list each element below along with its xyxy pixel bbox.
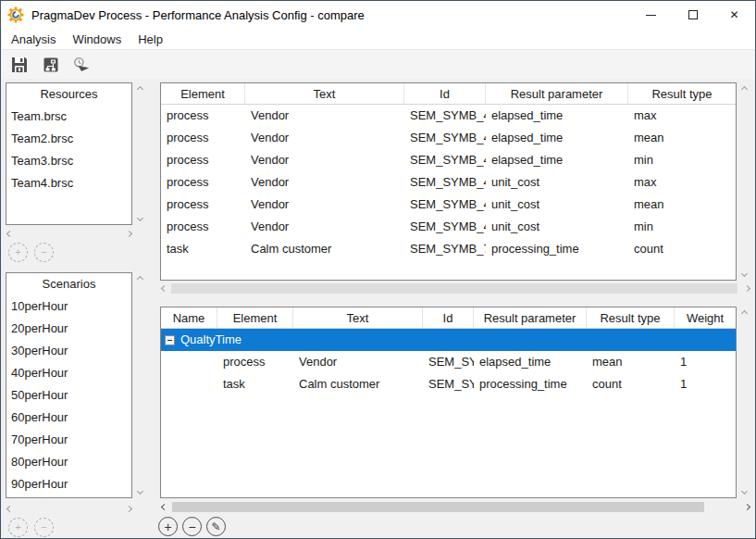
analysis-add-button[interactable]: + xyxy=(158,517,178,536)
table-row[interactable]: processVendorSEM_SYMelapsed_timemean1 xyxy=(161,351,736,373)
cell-result-type: max xyxy=(628,171,736,194)
scroll-down-icon[interactable] xyxy=(741,488,748,495)
app-window: PragmaDev Process - Performance Analysis… xyxy=(0,0,756,539)
resources-add-button[interactable]: + xyxy=(8,243,28,262)
scroll-left-icon[interactable] xyxy=(161,504,167,510)
scenario-item[interactable]: 90perHour xyxy=(6,473,131,495)
scroll-up-icon[interactable] xyxy=(741,86,748,93)
cell-name xyxy=(161,351,217,373)
table-row[interactable]: processVendorSEM_SYMB_4_4elapsed_timemea… xyxy=(161,127,736,149)
cell-id: SEM_SYMB_4_4 xyxy=(404,171,486,194)
cell-text: Vendor xyxy=(245,127,404,149)
scenarios-add-button[interactable]: + xyxy=(8,518,28,537)
app-logo-icon xyxy=(7,6,24,23)
maximize-icon xyxy=(688,10,698,19)
save-button[interactable] xyxy=(9,55,30,75)
cell-result-parameter: elapsed_time xyxy=(486,105,628,127)
results-table-vertical-scrollbar[interactable] xyxy=(738,82,751,281)
cell-result-parameter: elapsed_time xyxy=(474,351,587,373)
menu-windows[interactable]: Windows xyxy=(72,31,130,48)
cell-element: task xyxy=(161,238,245,260)
table-row[interactable]: processVendorSEM_SYMB_4_4unit_costmax xyxy=(161,171,736,194)
title-bar[interactable]: PragmaDev Process - Performance Analysis… xyxy=(1,1,755,29)
analysis-table-vertical-scrollbar[interactable] xyxy=(738,307,751,498)
scenarios-remove-button[interactable]: − xyxy=(34,518,54,537)
scroll-up-icon[interactable] xyxy=(137,276,143,282)
cell-weight: 1 xyxy=(675,351,736,373)
column-header-element: Element xyxy=(161,83,245,104)
column-header-result-parameter: Result parameter xyxy=(486,83,628,104)
column-header-id: Id xyxy=(404,83,486,104)
analysis-edit-button[interactable]: ✎ xyxy=(206,517,226,536)
resource-item[interactable]: Team.brsc xyxy=(6,106,131,128)
scenarios-vertical-scrollbar[interactable] xyxy=(134,272,147,498)
cell-element: process xyxy=(161,216,245,238)
table-row[interactable]: processVendorSEM_SYMB_4_4unit_costmin xyxy=(161,216,736,238)
cell-id: SEM_SYMB_4_4 xyxy=(404,216,486,238)
scenario-item[interactable]: 30perHour xyxy=(6,340,131,362)
scenario-item[interactable]: 40perHour xyxy=(6,362,131,384)
resources-horizontal-scrollbar[interactable] xyxy=(6,228,133,240)
scroll-right-icon[interactable] xyxy=(744,285,750,292)
cell-name xyxy=(161,373,217,395)
column-header-result-type: Result type xyxy=(628,83,736,104)
cell-result-type: max xyxy=(628,105,736,127)
table-row[interactable]: processVendorSEM_SYMB_4_4unit_costmean xyxy=(161,194,736,216)
scenario-item[interactable]: 50perHour xyxy=(6,384,131,407)
scenarios-horizontal-scrollbar[interactable] xyxy=(6,503,133,515)
export-model-icon xyxy=(42,56,60,74)
resource-item[interactable]: Team3.brsc xyxy=(6,150,131,172)
results-table-header: Element Text Id Result parameter Result … xyxy=(161,83,736,105)
resources-remove-button[interactable]: − xyxy=(34,243,54,262)
collapse-expander-icon[interactable] xyxy=(165,335,175,345)
scenario-item[interactable]: 80perHour xyxy=(6,451,131,473)
analysis-remove-button[interactable]: − xyxy=(182,517,202,536)
scroll-left-icon[interactable] xyxy=(161,285,167,292)
scenario-item[interactable]: 70perHour xyxy=(6,429,131,451)
scroll-up-icon[interactable] xyxy=(741,310,748,317)
minimize-icon xyxy=(646,15,656,16)
cell-result-parameter: elapsed_time xyxy=(486,149,628,171)
menu-analysis[interactable]: Analysis xyxy=(11,31,65,48)
table-row[interactable]: processVendorSEM_SYMB_4_4elapsed_timemin xyxy=(161,149,736,171)
cell-element: process xyxy=(161,171,245,194)
cell-text: Vendor xyxy=(293,351,423,373)
cell-weight: 1 xyxy=(675,373,736,395)
maximize-button[interactable] xyxy=(672,1,713,29)
minimize-button[interactable] xyxy=(630,1,672,29)
scroll-right-icon[interactable] xyxy=(126,231,132,237)
cell-result-type: mean xyxy=(628,127,736,149)
cell-element: task xyxy=(217,373,293,395)
scroll-up-icon[interactable] xyxy=(137,86,143,93)
scroll-left-icon[interactable] xyxy=(6,506,13,512)
scroll-down-icon[interactable] xyxy=(741,270,748,277)
resource-item[interactable]: Team4.brsc xyxy=(6,172,131,194)
analysis-table-header: Name Element Text Id Result parameter Re… xyxy=(161,307,736,329)
table-row[interactable]: taskCalm customerSEM_SYMB_73processing_t… xyxy=(161,238,736,260)
cell-element: process xyxy=(161,194,245,216)
resource-item[interactable]: Team2.brsc xyxy=(6,128,131,150)
scenario-item[interactable]: 20perHour xyxy=(6,318,131,340)
menu-help[interactable]: Help xyxy=(138,31,172,48)
scrollbar-thumb[interactable] xyxy=(171,283,737,294)
scroll-right-icon[interactable] xyxy=(744,504,750,510)
scroll-down-icon[interactable] xyxy=(137,488,143,495)
scrollbar-thumb[interactable] xyxy=(172,502,704,512)
export-model-button[interactable] xyxy=(41,55,61,75)
scenario-item[interactable]: 60perHour xyxy=(6,407,131,429)
group-row-qualtytime[interactable]: QualtyTime xyxy=(161,329,736,351)
column-header-text: Text xyxy=(293,307,423,328)
results-table-horizontal-scrollbar[interactable] xyxy=(160,282,751,295)
resources-vertical-scrollbar[interactable] xyxy=(134,82,147,225)
scroll-right-icon[interactable] xyxy=(126,506,132,512)
results-table: Element Text Id Result parameter Result … xyxy=(160,82,737,281)
scroll-left-icon[interactable] xyxy=(6,231,13,237)
close-button[interactable]: ✕ xyxy=(713,1,755,29)
table-row[interactable]: processVendorSEM_SYMB_4_4elapsed_timemax xyxy=(161,105,736,127)
analysis-table-horizontal-scrollbar[interactable] xyxy=(160,501,751,513)
run-performance-button[interactable] xyxy=(72,55,93,75)
cell-element: process xyxy=(161,127,245,149)
table-row[interactable]: taskCalm customerSEM_SYMprocessing_timec… xyxy=(161,373,736,395)
scroll-down-icon[interactable] xyxy=(137,215,143,221)
scenario-item[interactable]: 10perHour xyxy=(6,295,131,318)
